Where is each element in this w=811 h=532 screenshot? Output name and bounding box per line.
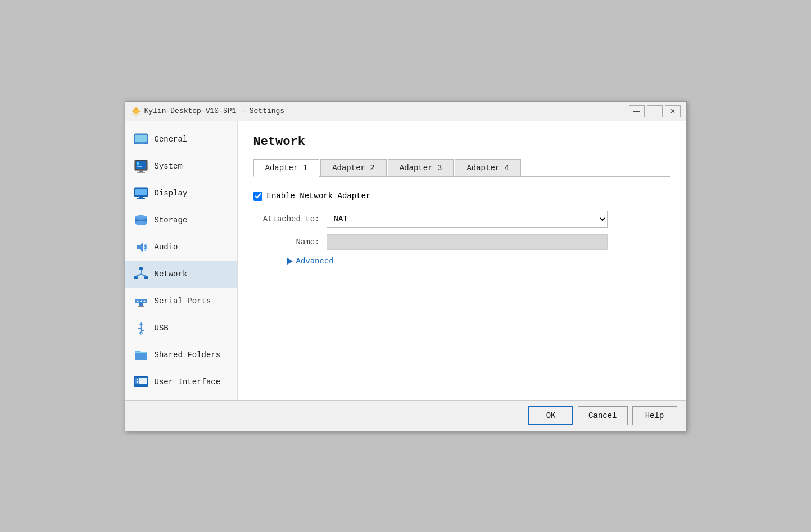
window-title: Kylin-Desktop-V10-SP1 - Settings	[144, 107, 285, 115]
sidebar-label-user-interface: User Interface	[155, 378, 221, 387]
sidebar-label-network: Network	[155, 270, 188, 279]
name-control	[327, 234, 608, 250]
svg-marker-40	[139, 322, 143, 325]
ok-button[interactable]: OK	[528, 406, 573, 425]
enable-network-row: Enable Network Adapter	[253, 192, 670, 201]
svg-point-37	[143, 300, 145, 302]
svg-rect-47	[135, 378, 139, 384]
svg-rect-12	[138, 143, 144, 144]
sidebar-item-storage[interactable]: Storage	[125, 207, 237, 234]
tab-adapter3[interactable]: Adapter 3	[388, 159, 454, 176]
svg-rect-28	[139, 267, 143, 270]
svg-point-36	[140, 300, 142, 302]
sidebar-item-serial-ports[interactable]: Serial Ports	[125, 288, 237, 315]
svg-marker-27	[137, 242, 143, 252]
svg-point-35	[137, 300, 138, 302]
sidebar-item-display[interactable]: Display	[125, 180, 237, 207]
sidebar-label-usb: USB	[155, 324, 169, 333]
main-content: Network Adapter 1 Adapter 2 Adapter 3 Ad…	[238, 121, 686, 400]
svg-point-34	[140, 273, 142, 275]
svg-rect-15	[139, 170, 143, 172]
tab-adapter2[interactable]: Adapter 2	[320, 159, 387, 176]
sidebar-label-serial-ports: Serial Ports	[155, 297, 211, 306]
attached-to-control: NAT Bridged Adapter Internal Network Hos…	[327, 211, 608, 228]
svg-point-25	[135, 221, 147, 225]
enable-network-checkbox[interactable]	[253, 192, 262, 201]
svg-rect-29	[134, 276, 138, 279]
help-button[interactable]: Help	[632, 406, 677, 425]
user-interface-icon	[133, 374, 149, 390]
svg-point-43	[140, 332, 142, 334]
sidebar-label-shared-folders: Shared Folders	[155, 351, 221, 360]
sidebar: General System	[125, 121, 238, 400]
sidebar-item-user-interface[interactable]: User Interface	[125, 369, 237, 395]
sidebar-label-system: System	[155, 162, 183, 171]
sidebar-item-network[interactable]: Network	[125, 261, 237, 288]
close-button[interactable]: ✕	[665, 105, 681, 117]
svg-rect-44	[135, 352, 147, 353]
title-bar: Kylin-Desktop-V10-SP1 - Settings — □ ✕	[125, 102, 686, 121]
svg-rect-11	[135, 135, 147, 142]
sidebar-label-audio: Audio	[155, 243, 178, 252]
adapter-form: Enable Network Adapter Attached to: NAT …	[253, 187, 670, 270]
svg-rect-39	[138, 306, 144, 307]
svg-rect-16	[137, 172, 145, 173]
svg-line-7	[138, 113, 139, 114]
advanced-row[interactable]: Advanced	[287, 257, 670, 266]
sidebar-item-system[interactable]: System	[125, 153, 237, 180]
attached-to-select[interactable]: NAT Bridged Adapter Internal Network Hos…	[327, 211, 608, 228]
svg-rect-20	[135, 189, 147, 195]
svg-line-8	[138, 108, 139, 108]
attached-to-label: Attached to:	[253, 215, 327, 224]
svg-rect-38	[139, 303, 143, 306]
sidebar-label-display: Display	[155, 189, 188, 198]
svg-line-6	[133, 108, 133, 108]
advanced-label: Advanced	[296, 257, 334, 266]
system-icon	[133, 158, 149, 174]
minimize-button[interactable]: —	[629, 105, 645, 117]
title-bar-buttons: — □ ✕	[629, 105, 681, 117]
sidebar-item-shared-folders[interactable]: Shared Folders	[125, 342, 237, 369]
title-bar-left: Kylin-Desktop-V10-SP1 - Settings	[131, 106, 285, 116]
display-icon	[133, 185, 149, 201]
usb-icon	[133, 320, 149, 336]
svg-rect-22	[137, 198, 145, 199]
name-input[interactable]	[327, 234, 608, 250]
advanced-toggle-icon	[287, 258, 293, 265]
name-row: Name:	[253, 234, 670, 250]
sidebar-label-general: General	[155, 135, 188, 144]
sidebar-item-audio[interactable]: Audio	[125, 234, 237, 261]
svg-line-9	[133, 113, 133, 114]
tab-adapter1[interactable]: Adapter 1	[253, 159, 320, 177]
svg-rect-41	[138, 328, 141, 329]
svg-rect-18	[137, 166, 142, 167]
svg-rect-17	[137, 162, 139, 165]
settings-window: Kylin-Desktop-V10-SP1 - Settings — □ ✕ G…	[125, 101, 687, 431]
network-icon	[133, 266, 149, 282]
tabs-container: Adapter 1 Adapter 2 Adapter 3 Adapter 4	[253, 159, 670, 177]
svg-rect-42	[141, 330, 144, 331]
svg-point-1	[134, 110, 138, 113]
svg-rect-48	[137, 379, 138, 380]
maximize-button[interactable]: □	[647, 105, 663, 117]
cancel-button[interactable]: Cancel	[578, 406, 627, 425]
sidebar-label-storage: Storage	[155, 216, 188, 225]
shared-folders-icon	[133, 347, 149, 363]
svg-rect-30	[144, 276, 148, 279]
page-title: Network	[253, 135, 670, 149]
svg-point-26	[135, 215, 147, 220]
tab-adapter4[interactable]: Adapter 4	[455, 159, 521, 176]
sidebar-item-usb[interactable]: USB	[125, 315, 237, 342]
sidebar-item-general[interactable]: General	[125, 126, 237, 153]
attached-to-row: Attached to: NAT Bridged Adapter Interna…	[253, 211, 670, 228]
enable-network-label[interactable]: Enable Network Adapter	[267, 192, 371, 201]
serial-ports-icon	[133, 293, 149, 309]
storage-icon	[133, 212, 149, 228]
name-label: Name:	[253, 238, 327, 247]
audio-icon	[133, 239, 149, 255]
general-icon	[133, 131, 149, 147]
window-body: General System	[125, 121, 686, 400]
app-icon	[131, 106, 141, 116]
svg-rect-49	[137, 381, 138, 383]
footer: OK Cancel Help	[125, 400, 686, 431]
